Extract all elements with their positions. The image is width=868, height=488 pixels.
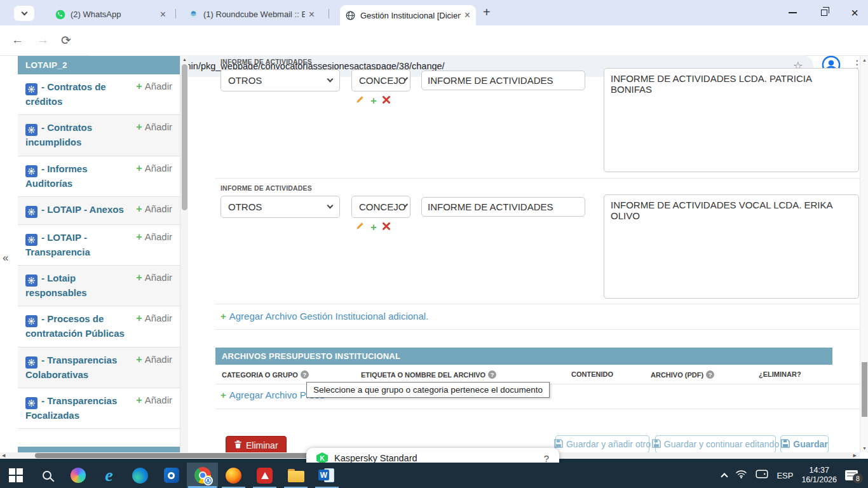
close-icon[interactable]: ×	[160, 10, 166, 20]
sidebar-item-lotaip-responsables[interactable]: - Lotaip responsables +Añadir	[18, 266, 180, 306]
notification-badge: 8	[853, 473, 863, 484]
etiqueta-input[interactable]	[421, 197, 585, 217]
sidebar-item-contratos-creditos[interactable]: - Contratos de créditos +Añadir	[18, 74, 180, 115]
delete-x-icon[interactable]	[383, 221, 390, 233]
column-etiqueta: ETIQUETA O NOMBRE DEL ARCHIVO?	[361, 370, 496, 379]
taskbar-copilot-button[interactable]	[62, 463, 93, 488]
add-link[interactable]: +Añadir	[136, 231, 172, 243]
sidebar-item-label[interactable]: - Transparencias Colaborativas	[25, 355, 117, 380]
folder-icon	[288, 469, 304, 482]
taskbar-acrobat-button[interactable]	[249, 463, 280, 488]
system-tray: ESP 14:37 16/1/2026 8	[722, 463, 863, 488]
start-button[interactable]	[0, 463, 31, 488]
add-link[interactable]: +Añadir	[136, 163, 172, 174]
sidebar-item-lotaip-anexos[interactable]: - LOTAIP - Anexos +Añadir	[18, 197, 180, 225]
chrome-profile-badge	[203, 476, 213, 485]
delete-x-icon[interactable]	[383, 95, 390, 106]
plus-icon: +	[136, 354, 142, 365]
tab-separator	[329, 9, 329, 18]
etiqueta-input[interactable]	[421, 71, 585, 90]
sidebar-scrollbar-thumb[interactable]	[182, 64, 187, 210]
wifi-icon[interactable]	[735, 469, 747, 482]
guardar-button[interactable]: Guardar	[780, 435, 829, 453]
sidebar-scrollbar[interactable]: ▲	[180, 56, 188, 456]
sidebar-item-transparencias-colaborativas[interactable]: - Transparencias Colaborativas +Añadir	[18, 348, 180, 388]
edit-pencil-icon[interactable]	[356, 95, 365, 106]
categoria-select[interactable]: OTROS	[220, 69, 340, 92]
window-close-button[interactable]: ×	[840, 0, 868, 25]
gear-icon	[25, 165, 37, 177]
sidebar-item-lotaip-transparencia[interactable]: - LOTAIP - Transparencia +Añadir	[18, 225, 180, 266]
tab-search-button[interactable]	[14, 6, 34, 21]
close-icon[interactable]: ×	[465, 10, 470, 20]
vertical-scrollbar-thumb[interactable]	[862, 362, 867, 417]
add-link[interactable]: +Añadir	[136, 313, 172, 324]
sidebar-item-transparencias-focalizadas[interactable]: - Transparencias Focalizadas +Añadir	[18, 388, 180, 429]
scroll-up-arrow[interactable]: ▲	[182, 57, 187, 62]
guardar-continuar-button[interactable]: Guardar y continuar editando	[655, 435, 776, 453]
sidebar-item-label[interactable]: - LOTAIP - Anexos	[41, 204, 124, 215]
add-link[interactable]: +Añadir	[136, 203, 172, 215]
grupo-select[interactable]: CONCEJO	[351, 69, 410, 92]
sidebar-item-informes-auditorias[interactable]: - Informes Auditorías +Añadir	[18, 156, 180, 197]
window-minimize-button[interactable]	[778, 0, 807, 25]
contenido-textarea[interactable]: INFORME DE ACTIVIDADES VOCAL LCDA. ERIKA…	[604, 194, 859, 299]
sidebar-item-label[interactable]: - Procesos de contratación Públicas	[25, 313, 125, 339]
taskbar-firefox-button[interactable]	[218, 463, 249, 488]
contenido-textarea[interactable]: INFORME DE ACTIVIDADES LCDA. PATRICIA BO…	[604, 68, 859, 172]
scroll-down-arrow[interactable]: ▼	[862, 446, 867, 451]
guardar-anadir-button[interactable]: Guardar y añadir otro	[555, 435, 649, 453]
tab-roundcube[interactable]: (1) Roundcube Webmail :: Entra ×	[183, 6, 320, 23]
admin-sidebar: LOTAIP_2 - Contratos de créditos +Añadir…	[18, 56, 180, 488]
taskbar-edge-button[interactable]	[125, 463, 156, 488]
eliminar-button[interactable]: Eliminar	[226, 436, 287, 454]
scroll-right-arrow[interactable]: ▶	[853, 453, 857, 458]
scroll-left-arrow[interactable]: ◀	[2, 453, 5, 458]
connect-display-icon[interactable]	[756, 469, 768, 482]
save-icon	[781, 439, 790, 450]
add-link[interactable]: +Añadir	[136, 354, 172, 365]
grupo-select[interactable]: CONCEJO	[351, 196, 410, 218]
add-link[interactable]: +Añadir	[136, 81, 172, 92]
taskbar-chrome-button[interactable]	[187, 463, 218, 488]
help-icon[interactable]: ?	[301, 370, 309, 379]
categoria-select[interactable]: OTROS	[220, 196, 340, 218]
page-vertical-scrollbar[interactable]: ▲ ▼	[860, 56, 868, 452]
back-button[interactable]: ←	[11, 33, 24, 47]
sidebar-item-label[interactable]: - Contratos de créditos	[25, 81, 106, 107]
help-icon[interactable]: ?	[706, 370, 714, 379]
tab-gestion-institucional[interactable]: Gestión Institucional [Diciembre ×	[340, 5, 476, 25]
notification-center-icon[interactable]: 8	[845, 470, 858, 480]
taskbar-outlook-button[interactable]	[156, 463, 187, 488]
add-plus-icon[interactable]: +	[370, 222, 377, 233]
edit-pencil-icon[interactable]	[356, 221, 365, 233]
add-link[interactable]: +Añadir	[136, 272, 172, 283]
sidebar-item-procesos-contratacion[interactable]: - Procesos de contratación Públicas +Aña…	[18, 306, 180, 347]
sidebar-item-label[interactable]: - Transparencias Focalizadas	[25, 395, 117, 421]
taskbar-ie-button[interactable]: e	[93, 463, 125, 488]
add-link[interactable]: +Añadir	[136, 395, 172, 406]
new-tab-button[interactable]: +	[483, 5, 491, 20]
taskbar-explorer-button[interactable]	[280, 463, 311, 488]
sidebar-item-contratos-incumplidos[interactable]: - Contratos incumplidos +Añadir	[18, 115, 180, 156]
outlook-icon	[164, 468, 179, 483]
tab-whatsapp[interactable]: (2) WhatsApp ×	[50, 6, 172, 23]
taskbar-search-button[interactable]	[31, 463, 62, 488]
gear-icon	[25, 83, 37, 95]
add-gestion-archivo-link[interactable]: +Agregar Archivo Gestión Institucional a…	[220, 311, 428, 322]
forward-button[interactable]: →	[37, 33, 49, 47]
reload-button[interactable]: ⟳	[61, 33, 71, 48]
help-icon[interactable]: ?	[488, 370, 496, 379]
window-restore-button[interactable]	[810, 0, 839, 25]
taskbar-word-button[interactable]: W	[311, 463, 342, 488]
language-indicator[interactable]: ESP	[776, 471, 793, 480]
close-icon[interactable]: ×	[309, 10, 315, 20]
date-text: 16/1/2026	[801, 475, 837, 484]
clock[interactable]: 14:37 16/1/2026	[801, 466, 837, 485]
tray-expand-icon[interactable]	[721, 473, 728, 480]
add-link[interactable]: +Añadir	[136, 121, 172, 133]
kaspersky-help-icon[interactable]: ?	[544, 453, 549, 464]
add-plus-icon[interactable]: +	[370, 95, 377, 106]
sidebar-collapse-button[interactable]: «	[3, 252, 8, 264]
scroll-up-arrow[interactable]: ▲	[862, 58, 867, 62]
